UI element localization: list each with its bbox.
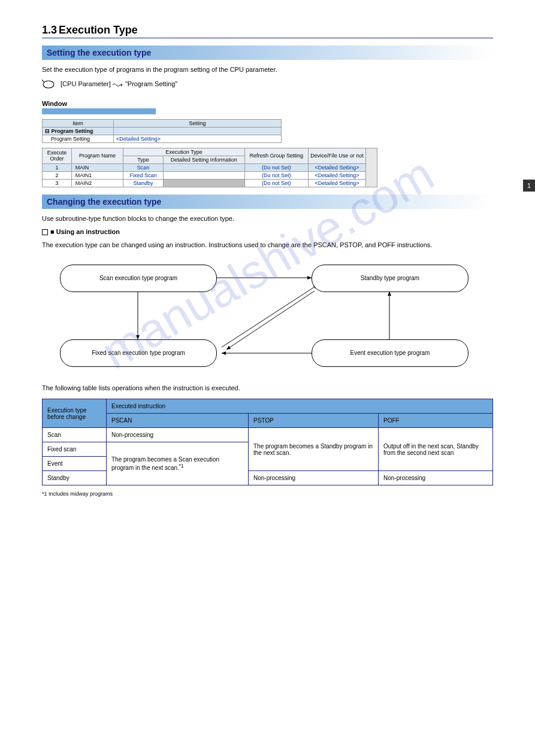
table-row: Scan Non-processing The program becomes …	[43, 428, 493, 442]
exec-table: Execute Order Program Name Execution Typ…	[42, 148, 377, 187]
cell-device[interactable]: <Detailed Setting>	[308, 171, 365, 179]
cell-device[interactable]: <Detailed Setting>	[308, 179, 365, 187]
cell-type[interactable]: Fixed Scan	[123, 171, 164, 179]
param-table: Item Setting ⊟ Program Setting Program S…	[42, 119, 282, 143]
th-poff: POFF	[379, 414, 493, 428]
cell-type: Scan	[43, 428, 107, 442]
nav-text: [CPU Parameter] "Program Setting"	[61, 80, 177, 87]
th-type: Type	[123, 156, 164, 163]
scrollbar[interactable]	[366, 148, 377, 187]
ps-row-label[interactable]: ⊟ Program Setting	[43, 127, 114, 135]
th-device: Device/File Use or not	[308, 148, 365, 163]
param-th-item: Item	[43, 119, 114, 127]
cell-type[interactable]: Scan	[123, 163, 164, 171]
cell-detail	[163, 179, 244, 187]
mouse-icon	[42, 80, 55, 90]
cell-name: MAIN2	[71, 179, 123, 187]
svg-line-4	[222, 285, 318, 347]
cell-poff: Non-processing	[379, 471, 493, 485]
square-bullet-icon	[42, 229, 48, 235]
cell-pstop: The program becomes a Standby program in…	[249, 428, 379, 471]
cell-detail	[163, 163, 244, 171]
subheading-setting: Setting the execution type	[42, 45, 493, 60]
cell-refresh[interactable]: (Do not Set)	[244, 179, 308, 187]
svg-line-5	[226, 291, 315, 350]
cell-name: MAIN1	[71, 171, 123, 179]
section-title: Execution Type	[59, 24, 138, 36]
cell-type: Event	[43, 457, 107, 471]
th-refresh: Refresh Group Setting	[244, 148, 308, 163]
cell-name: MAIN	[71, 163, 123, 171]
node-fixed: Fixed scan execution type program	[60, 339, 217, 367]
table-row[interactable]: 1 MAIN Scan (Do not Set) <Detailed Setti…	[43, 163, 377, 171]
cell-detail	[163, 171, 244, 179]
svg-point-0	[43, 81, 54, 88]
cell-order: 2	[43, 171, 72, 179]
window-label: Window	[42, 100, 493, 107]
arrow-icon	[113, 81, 123, 89]
table-desc: The following table lists operations whe…	[42, 383, 493, 393]
ps-row-setting	[114, 127, 282, 135]
cell-device[interactable]: <Detailed Setting>	[308, 163, 365, 171]
table-row[interactable]: 2 MAIN1 Fixed Scan (Do not Set) <Detaile…	[43, 171, 377, 179]
para-changing: Use subroutine-type function blocks to c…	[42, 214, 493, 224]
section-rule	[42, 38, 493, 38]
table-row[interactable]: 3 MAIN2 Standby (Do not Set) <Detailed S…	[43, 179, 377, 187]
th-program-name: Program Name	[71, 148, 123, 163]
flow-desc: The execution type can be changed using …	[42, 240, 493, 250]
window-underline	[42, 108, 156, 114]
node-standby: Standby type program	[312, 265, 468, 292]
th-pstop: PSTOP	[249, 414, 379, 428]
cell-refresh[interactable]: (Do not Set)	[244, 171, 308, 179]
cell-pscan: Non-processing	[107, 428, 249, 442]
cell-type: Standby	[43, 471, 107, 485]
section-number: 1.3	[42, 24, 57, 36]
cell-poff: Output off in the next scan, Standby fro…	[379, 428, 493, 471]
cell-type[interactable]: Standby	[123, 179, 164, 187]
cell-refresh[interactable]: (Do not Set)	[244, 163, 308, 171]
state-table: Execution type before change Executed in…	[42, 399, 493, 485]
svg-line-1	[42, 80, 44, 82]
section-heading: 1.3 Execution Type	[42, 24, 493, 37]
param-th-setting: Setting	[114, 119, 282, 127]
nav-path: [CPU Parameter] "Program Setting"	[42, 80, 493, 90]
cell-pstop: Non-processing	[249, 471, 379, 485]
node-scan: Scan execution type program	[60, 265, 217, 292]
ps-child-label[interactable]: Program Setting	[43, 135, 114, 142]
chapter-tab: 1	[523, 180, 535, 192]
cell-type: Fixed scan	[43, 442, 107, 457]
footnote: *1 Includes midway programs	[42, 490, 493, 499]
cell-pscan: The program becomes a Scan execution pro…	[107, 442, 249, 485]
para-setting: Set the execution type of programs in th…	[42, 65, 493, 75]
cell-order: 1	[43, 163, 72, 171]
th-pscan: PSCAN	[107, 414, 249, 428]
th-exec-order: Execute Order	[43, 148, 72, 163]
cell-order: 3	[43, 179, 72, 187]
flow-intro-heading: ■ Using an instruction	[42, 228, 493, 235]
flow-diagram: Scan execution type program Standby type…	[42, 259, 493, 378]
th-exec-type: Execution Type	[123, 148, 244, 156]
th-instr: Executed instruction	[107, 399, 493, 414]
th-before: Execution type before change	[43, 399, 107, 428]
th-detail: Detailed Setting Information	[163, 156, 244, 163]
ps-child-value[interactable]: <Detailed Setting>	[114, 135, 282, 142]
node-event: Event execution type program	[312, 339, 468, 367]
subheading-changing: Changing the execution type	[42, 195, 493, 209]
